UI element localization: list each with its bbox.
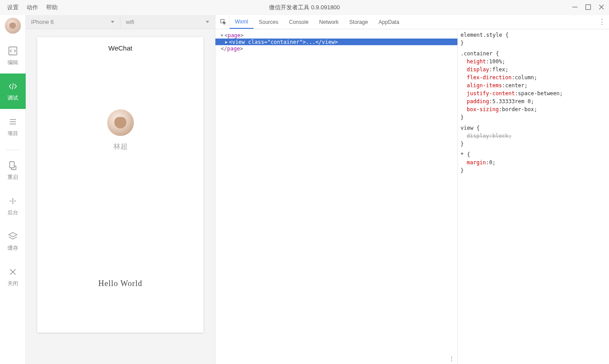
simulator-toolbar: iPhone 6 wifi <box>26 15 215 29</box>
style-rule-view[interactable]: view { display:block; } <box>461 124 606 148</box>
window-controls <box>572 4 605 12</box>
restart-icon <box>8 160 18 171</box>
style-rule-element[interactable]: element.style { } <box>461 31 606 47</box>
dom-page-open[interactable]: <page> <box>219 32 457 39</box>
tab-console[interactable]: Console <box>284 15 314 29</box>
devtools-tabs: Wxml Sources Console Network Storage App… <box>215 15 609 29</box>
sidebar-item-label: 编辑 <box>8 59 18 66</box>
network-select-value: wifi <box>126 19 134 25</box>
svg-rect-1 <box>586 4 591 9</box>
device-select-value: iPhone 6 <box>31 19 54 25</box>
sidebar-item-project[interactable]: 项目 <box>0 109 26 144</box>
sidebar-item-label: 重启 <box>8 174 18 181</box>
sidebar-item-label: 缓存 <box>8 244 18 252</box>
style-selector: .container { <box>461 50 606 58</box>
tab-network[interactable]: Network <box>314 15 344 29</box>
list-icon <box>8 116 18 127</box>
sidebar-item-cache[interactable]: 缓存 <box>0 224 26 259</box>
style-selector: view { <box>461 124 606 132</box>
tab-appdata[interactable]: AppData <box>373 15 405 29</box>
chevron-down-icon <box>205 19 210 25</box>
menu-actions[interactable]: 动作 <box>27 4 38 12</box>
style-brace: } <box>461 167 606 174</box>
svg-marker-17 <box>206 21 209 23</box>
menu-bar: 设置 动作 帮助 <box>4 4 58 12</box>
simulator-stage: WeChat 林超 Hello World <box>26 29 215 364</box>
phone-avatar <box>107 109 134 136</box>
minimize-icon[interactable] <box>572 4 578 12</box>
sidebar-item-label: 调试 <box>8 94 18 102</box>
style-brace: } <box>461 39 606 47</box>
x-icon <box>8 267 18 277</box>
style-rule-star[interactable]: * { margin:0; } <box>461 151 606 174</box>
tab-sources[interactable]: Sources <box>254 15 284 29</box>
sidebar-separator <box>6 150 20 150</box>
code-icon <box>8 46 18 56</box>
sidebar-item-label: 关闭 <box>8 280 18 287</box>
dom-tree[interactable]: <page> <view class="container">...</view… <box>215 29 457 364</box>
kebab-menu-icon[interactable]: ⋮ <box>449 355 455 362</box>
style-selector: * { <box>461 151 606 159</box>
sidebar-item-label: 后台 <box>8 209 18 217</box>
kebab-menu-icon[interactable]: ⋮ <box>598 19 605 26</box>
sidebar-item-label: 项目 <box>8 130 18 137</box>
window-title: 微信开发者工具 0.9.091800 <box>269 4 340 12</box>
devtools-panel: Wxml Sources Console Network Storage App… <box>215 15 609 364</box>
sidebar-item-edit[interactable]: 编辑 <box>0 38 26 74</box>
user-avatar[interactable] <box>5 18 21 34</box>
style-rule-container[interactable]: .container { height:100%; display:flex; … <box>461 50 606 121</box>
tab-storage[interactable]: Storage <box>344 15 373 29</box>
device-select[interactable]: iPhone 6 <box>26 15 121 29</box>
sidebar-item-restart[interactable]: 重启 <box>0 153 26 188</box>
maximize-icon[interactable] <box>585 4 591 12</box>
tab-wxml[interactable]: Wxml <box>230 15 254 29</box>
style-selector: element.style { <box>461 31 606 39</box>
network-select[interactable]: wifi <box>121 15 215 29</box>
close-icon[interactable] <box>598 4 605 12</box>
phone-message: Hello World <box>98 279 143 288</box>
style-brace: } <box>461 113 606 121</box>
dom-page-close[interactable]: </page> <box>219 45 457 52</box>
background-icon <box>8 196 18 206</box>
phone-user-block: 林超 <box>107 109 134 151</box>
phone-username: 林超 <box>113 142 128 151</box>
phone-title: WeChat <box>37 37 203 58</box>
svg-marker-13 <box>9 232 17 237</box>
menu-help[interactable]: 帮助 <box>46 4 58 12</box>
style-brace: } <box>461 140 606 148</box>
svg-rect-9 <box>10 162 14 168</box>
simulator-panel: iPhone 6 wifi WeChat 林超 Hello World <box>26 15 215 364</box>
chevron-down-icon <box>110 19 115 25</box>
menu-settings[interactable]: 设置 <box>7 4 19 12</box>
layers-icon <box>8 231 18 242</box>
sidebar: 编辑 调试 项目 重启 后台 缓存 关闭 <box>0 15 26 364</box>
debug-icon <box>8 81 18 92</box>
dom-view-selected[interactable]: <view class="container">...</view> <box>215 39 457 45</box>
svg-marker-16 <box>111 21 114 23</box>
styles-panel[interactable]: element.style { } .container { height:10… <box>457 29 609 364</box>
element-picker-icon[interactable] <box>217 15 230 29</box>
phone-body: 林超 Hello World <box>37 58 203 333</box>
svg-line-5 <box>12 83 13 89</box>
phone-frame: WeChat 林超 Hello World <box>37 37 203 333</box>
title-bar: 设置 动作 帮助 微信开发者工具 0.9.091800 <box>0 0 609 15</box>
sidebar-item-background[interactable]: 后台 <box>0 188 26 224</box>
sidebar-item-close[interactable]: 关闭 <box>0 259 26 294</box>
sidebar-item-debug[interactable]: 调试 <box>0 74 26 109</box>
